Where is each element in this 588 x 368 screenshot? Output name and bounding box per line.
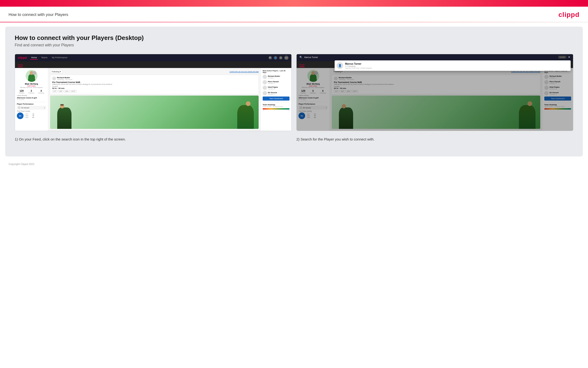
ss1-stat-activities: 129 Activities bbox=[19, 90, 25, 94]
ss1-player-4-avatar bbox=[263, 91, 267, 95]
ss1-tag-ott: OTT bbox=[52, 90, 57, 92]
ss1-following-btn[interactable]: Following ▾ bbox=[50, 70, 62, 74]
header: How to connect with your Players clippd bbox=[0, 7, 588, 22]
ss1-settings-icon[interactable]: ⚙ bbox=[279, 56, 282, 59]
ss1-quality-score: 84 bbox=[17, 112, 24, 119]
ss1-feed-tab[interactable]: Feed bbox=[18, 64, 23, 67]
ss1-duration-val: 02 hr : 00 min bbox=[52, 87, 256, 89]
screenshots-row: clippd Home Teams My Performance 🔍 👤 ⚙ B… bbox=[15, 54, 573, 131]
top-bar bbox=[0, 0, 588, 7]
ss1-team-dashboard-btn[interactable]: Team Dashboard bbox=[263, 97, 290, 101]
ss2-search-overlay bbox=[297, 68, 573, 131]
ss1-activity-avatar bbox=[52, 77, 56, 80]
ss1-player-select[interactable]: Eli Vincent ▾ bbox=[17, 106, 46, 110]
ss1-quality-display: 84 OTT 79 APP 70 bbox=[17, 112, 46, 119]
ss2-result-name: Marcus Turner bbox=[345, 63, 372, 65]
ss1-control-link[interactable]: Control who can see your activity and da… bbox=[230, 71, 259, 73]
logo: clippd bbox=[559, 11, 579, 18]
ss1-tag-app: APP bbox=[58, 90, 63, 92]
main-content: How to connect with your Players (Deskto… bbox=[5, 27, 583, 156]
step-1-text: 1) On your Feed, click on the search ico… bbox=[15, 137, 292, 142]
screenshot-1: clippd Home Teams My Performance 🔍 👤 ⚙ B… bbox=[15, 54, 292, 131]
ss1-logo: clippd bbox=[18, 56, 27, 59]
ss1-stat-followers: 3 Followers bbox=[28, 90, 35, 94]
ss1-quality-label: Total Player Quality bbox=[17, 110, 46, 112]
page-title: How to connect with your Players bbox=[9, 12, 68, 17]
ss1-profile-club: Mill Ride Golf Club, United Kingdom bbox=[17, 87, 46, 88]
ss1-body: Blair McHarg Golf Coach Mill Ride Golf C… bbox=[15, 68, 291, 131]
ss2-search-icon-bar: 🔍 bbox=[299, 56, 302, 58]
ss2-search-input[interactable] bbox=[304, 56, 556, 58]
caption-2: 2) Search for the Player you wish to con… bbox=[296, 137, 573, 142]
copyright: Copyright Clippd 2022 bbox=[9, 163, 35, 166]
ss1-avatar[interactable]: BM bbox=[284, 56, 289, 60]
ss1-profile-role: Golf Coach bbox=[17, 85, 46, 87]
ss1-middle-panel: Following ▾ Control who can see your act… bbox=[48, 68, 261, 131]
screenshot-2: clippd Home Teams My Performance 🔍 👤 ⚙ B… bbox=[296, 54, 573, 131]
footer: Copyright Clippd 2022 bbox=[0, 161, 588, 168]
ss1-following-row: Following ▾ Control who can see your act… bbox=[50, 70, 259, 74]
ss1-user-icon[interactable]: 👤 bbox=[274, 56, 277, 59]
ss1-tags: OTT APP ARG PUTT bbox=[52, 90, 256, 92]
hero-heading: How to connect with your Players (Deskto… bbox=[15, 34, 573, 42]
ss1-nav-home[interactable]: Home bbox=[30, 56, 38, 60]
ss1-bar-ott: OTT 79 bbox=[26, 113, 34, 115]
ss1-latest-activity-title: Afternoon round of golf bbox=[17, 97, 46, 99]
ss1-player-3: Hiral Pujara Activities: 3 bbox=[263, 86, 290, 90]
ss1-bar-app: APP 70 bbox=[26, 115, 34, 117]
ss1-nav-icons: 🔍 👤 ⚙ BM bbox=[269, 56, 289, 60]
ss1-tab-bar: Feed bbox=[15, 61, 291, 68]
hero-subheading: Find and connect with your Players bbox=[15, 43, 573, 47]
ss1-golfer-photo bbox=[50, 96, 259, 129]
ss1-tag-putt: PUTT bbox=[70, 90, 77, 92]
ss2-search-result[interactable]: 👤 Marcus Turner 1·5 Handicap Cypress Poi… bbox=[336, 62, 569, 69]
ss1-duration-label: Duration bbox=[52, 86, 256, 87]
ss1-stat-following: 4 Following bbox=[38, 90, 44, 94]
ss1-heatmap-title: Team Heatmap bbox=[263, 104, 290, 106]
ss2-result-club: Cypress Point Club, United Kingdom bbox=[345, 67, 372, 69]
ss1-player-4: Eli Vincent Activities: 1 bbox=[263, 91, 290, 95]
ss1-player-2: Piers Parnell Activities: 4 bbox=[263, 80, 290, 84]
ss1-bar-arg: ARG 64 bbox=[26, 117, 34, 118]
caption-1: 1) On your Feed, click on the search ico… bbox=[15, 137, 292, 142]
ss2-result-handicap: 1·5 Handicap bbox=[345, 65, 372, 67]
ss1-player-2-avatar bbox=[263, 80, 267, 84]
ss1-latest-activity-date: 27 Jul 2022 bbox=[17, 99, 46, 100]
ss1-dropdown-arrow: ▾ bbox=[44, 107, 45, 109]
ss1-profile-circle bbox=[33, 71, 36, 75]
ss1-left-panel: Blair McHarg Golf Coach Mill Ride Golf C… bbox=[15, 68, 48, 131]
ss1-tag-arg: ARG bbox=[64, 90, 70, 92]
ss1-right-panel: Most Active Players - Last 30 days Richa… bbox=[261, 68, 291, 131]
ss1-nav-teams[interactable]: Teams bbox=[40, 56, 48, 60]
ss1-heatmap-bar bbox=[263, 108, 290, 110]
ss1-player-3-avatar bbox=[263, 86, 267, 90]
ss1-nav-links: Home Teams My Performance bbox=[30, 56, 68, 60]
ss1-activity-header: Richard Butler Yesterday · The Grove bbox=[52, 77, 256, 80]
ss1-activity-user: Richard Butler bbox=[57, 77, 72, 79]
ss2-clear-button[interactable]: CLEAR bbox=[558, 56, 566, 58]
ss1-player-perf: Player Performance Eli Vincent ▾ Total P… bbox=[17, 102, 46, 119]
ss1-player-avatar-sm bbox=[18, 106, 21, 109]
ss1-search-icon[interactable]: 🔍 bbox=[269, 56, 272, 59]
ss1-activity-meta: Yesterday · The Grove bbox=[57, 79, 72, 80]
ss1-activity-card: Richard Butler Yesterday · The Grove Pre… bbox=[50, 75, 259, 94]
ss1-activity-title: Pre Tournament Course Walk bbox=[52, 81, 256, 83]
ss1-quality-bars: OTT 79 APP 70 ARG bbox=[26, 113, 34, 118]
ss2-search-dropdown: 👤 Marcus Turner 1·5 Handicap Cypress Poi… bbox=[335, 60, 571, 71]
step-2-text: 2) Search for the Player you wish to con… bbox=[296, 137, 573, 142]
ss1-player-perf-title: Player Performance bbox=[17, 103, 46, 105]
ss2-feed-tab[interactable]: Feed bbox=[299, 64, 304, 67]
ss1-nav-myperformance[interactable]: My Performance bbox=[51, 56, 68, 60]
ss1-nav: clippd Home Teams My Performance 🔍 👤 ⚙ B… bbox=[15, 54, 291, 61]
ss1-latest-label: Latest Activity bbox=[17, 95, 46, 96]
ss2-close-button[interactable]: ✕ bbox=[568, 56, 570, 59]
ss2-search-bar: 🔍 CLEAR ✕ bbox=[297, 54, 573, 60]
ss1-activity-desc: Walking the course with my coach to buil… bbox=[52, 83, 256, 85]
ss1-heatmap-labels: -5 +5 bbox=[263, 110, 290, 111]
ss1-team-heatmap: Team Heatmap Player Quality · 20 Round T… bbox=[263, 102, 290, 111]
ss2-body: Blair McHarg Golf Coach Mill Ride Golf C… bbox=[297, 68, 573, 131]
header-divider bbox=[0, 22, 588, 22]
ss1-heatmap-subtitle: Player Quality · 20 Round Trend bbox=[263, 106, 290, 107]
captions-row: 1) On your Feed, click on the search ico… bbox=[15, 137, 573, 142]
ss1-player-1-avatar bbox=[263, 75, 267, 79]
